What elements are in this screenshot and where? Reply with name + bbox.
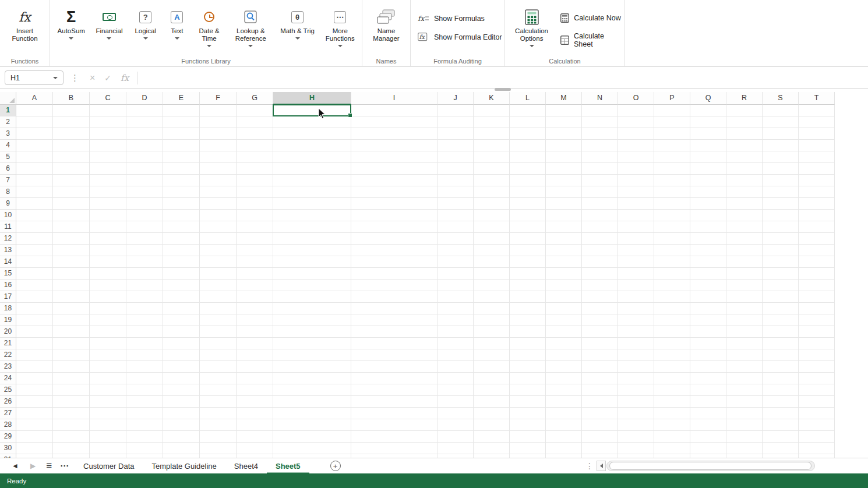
cell-R11[interactable] [726, 221, 763, 233]
cell-P25[interactable] [654, 384, 690, 396]
financial-button[interactable]: Financial [92, 6, 126, 40]
cell-Q7[interactable] [690, 175, 726, 186]
cell-S15[interactable] [763, 268, 799, 280]
cell-Q10[interactable] [690, 210, 726, 221]
cell-D6[interactable] [126, 163, 163, 175]
row-header-26[interactable]: 26 [0, 396, 16, 408]
cell-P23[interactable] [654, 361, 690, 373]
cell-N28[interactable] [582, 419, 618, 431]
cell-E16[interactable] [163, 280, 200, 291]
cell-E7[interactable] [163, 175, 200, 186]
cell-H14[interactable] [273, 256, 351, 268]
cell-I14[interactable] [351, 256, 437, 268]
cell-P21[interactable] [654, 338, 690, 349]
cell-G9[interactable] [237, 198, 273, 210]
cell-A3[interactable] [16, 128, 53, 140]
cell-F8[interactable] [200, 186, 237, 198]
column-header-R[interactable]: R [726, 92, 763, 105]
sheet-tab-sheet4[interactable]: Sheet4 [225, 458, 267, 474]
cell-J18[interactable] [437, 303, 474, 314]
row-header-6[interactable]: 6 [0, 163, 16, 175]
insert-function-fx-icon[interactable]: fx [121, 73, 129, 83]
cell-F9[interactable] [200, 198, 237, 210]
cell-J11[interactable] [437, 221, 474, 233]
cell-R21[interactable] [726, 338, 763, 349]
cell-B22[interactable] [53, 349, 90, 361]
cell-M1[interactable] [546, 105, 582, 116]
cell-A16[interactable] [16, 280, 53, 291]
lookup-reference-button[interactable]: Lookup & Reference [229, 6, 272, 47]
cell-T2[interactable] [799, 116, 835, 128]
cell-I1[interactable] [351, 105, 437, 116]
cell-I22[interactable] [351, 349, 437, 361]
sheet-tab-template-guideline[interactable]: Template Guideline [143, 458, 225, 474]
cell-R4[interactable] [726, 140, 763, 151]
cell-K7[interactable] [474, 175, 510, 186]
cell-P27[interactable] [654, 408, 690, 419]
cell-N2[interactable] [582, 116, 618, 128]
cell-I13[interactable] [351, 245, 437, 256]
cell-B10[interactable] [53, 210, 90, 221]
cell-G12[interactable] [237, 233, 273, 245]
row-header-8[interactable]: 8 [0, 186, 16, 198]
autosum-button[interactable]: Σ AutoSum [54, 6, 88, 40]
cell-B21[interactable] [53, 338, 90, 349]
cell-O20[interactable] [618, 326, 654, 338]
cell-D25[interactable] [126, 384, 163, 396]
cell-F13[interactable] [200, 245, 237, 256]
cell-Q8[interactable] [690, 186, 726, 198]
cell-C28[interactable] [90, 419, 126, 431]
row-header-16[interactable]: 16 [0, 280, 16, 291]
cell-M18[interactable] [546, 303, 582, 314]
cell-E24[interactable] [163, 373, 200, 384]
cell-C20[interactable] [90, 326, 126, 338]
cell-H6[interactable] [273, 163, 351, 175]
cell-M10[interactable] [546, 210, 582, 221]
cell-S2[interactable] [763, 116, 799, 128]
tab-overflow-icon[interactable]: ⋯ [60, 461, 69, 471]
cell-G7[interactable] [237, 175, 273, 186]
cell-E5[interactable] [163, 151, 200, 163]
cell-J28[interactable] [437, 419, 474, 431]
cell-B9[interactable] [53, 198, 90, 210]
cell-F7[interactable] [200, 175, 237, 186]
cell-H28[interactable] [273, 419, 351, 431]
cell-D11[interactable] [126, 221, 163, 233]
cell-P13[interactable] [654, 245, 690, 256]
cell-Q4[interactable] [690, 140, 726, 151]
cell-P28[interactable] [654, 419, 690, 431]
cell-Q17[interactable] [690, 291, 726, 303]
cell-M22[interactable] [546, 349, 582, 361]
cell-R19[interactable] [726, 314, 763, 326]
cell-C17[interactable] [90, 291, 126, 303]
show-formula-editor-button[interactable]: fx Show Formula Editor [418, 33, 504, 41]
cell-D4[interactable] [126, 140, 163, 151]
select-all-corner[interactable] [0, 92, 16, 105]
cell-O18[interactable] [618, 303, 654, 314]
row-header-11[interactable]: 11 [0, 221, 16, 233]
cell-Q3[interactable] [690, 128, 726, 140]
cell-A4[interactable] [16, 140, 53, 151]
cell-G29[interactable] [237, 431, 273, 443]
cell-K25[interactable] [474, 384, 510, 396]
cell-J17[interactable] [437, 291, 474, 303]
cell-L10[interactable] [510, 210, 546, 221]
cell-N14[interactable] [582, 256, 618, 268]
cell-S8[interactable] [763, 186, 799, 198]
cell-C22[interactable] [90, 349, 126, 361]
cell-G21[interactable] [237, 338, 273, 349]
cell-L5[interactable] [510, 151, 546, 163]
cell-S1[interactable] [763, 105, 799, 116]
cell-J22[interactable] [437, 349, 474, 361]
cell-D26[interactable] [126, 396, 163, 408]
cell-M29[interactable] [546, 431, 582, 443]
cell-S11[interactable] [763, 221, 799, 233]
cell-E19[interactable] [163, 314, 200, 326]
cell-B18[interactable] [53, 303, 90, 314]
cell-J14[interactable] [437, 256, 474, 268]
cell-I20[interactable] [351, 326, 437, 338]
cell-B17[interactable] [53, 291, 90, 303]
cell-N22[interactable] [582, 349, 618, 361]
cell-R7[interactable] [726, 175, 763, 186]
cell-T7[interactable] [799, 175, 835, 186]
